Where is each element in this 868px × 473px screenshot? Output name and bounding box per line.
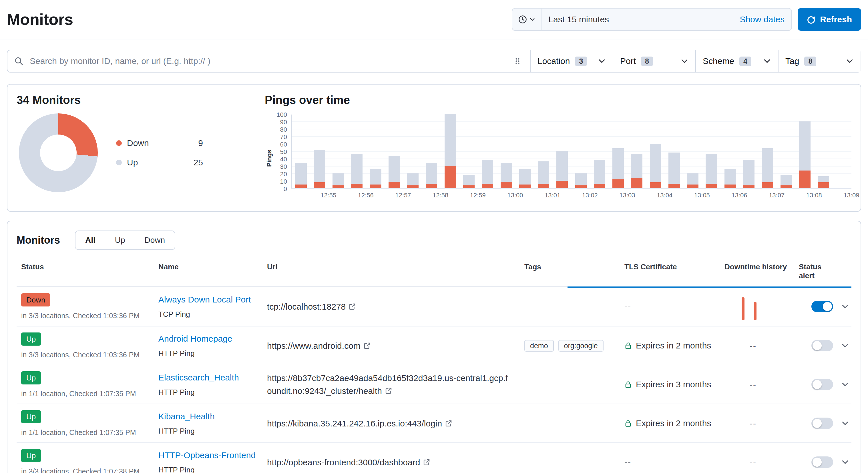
monitor-name-link[interactable]: Android Homepage: [158, 334, 232, 343]
toggle-knob: [812, 458, 822, 467]
bar-up-segment: [575, 173, 587, 185]
expand-row-button[interactable]: [839, 417, 851, 430]
status-alert-toggle[interactable]: [811, 379, 833, 390]
status-alert-toggle[interactable]: [811, 340, 833, 351]
bar-up-segment: [706, 154, 717, 184]
filter-count-badge: 4: [739, 57, 751, 66]
vertical-dots-icon[interactable]: [512, 56, 523, 67]
lock-icon: [624, 380, 632, 388]
legend-dot: [116, 140, 122, 146]
column-header-status-alert: Status alert: [799, 263, 839, 280]
bar-up-segment: [407, 173, 418, 185]
search-icon: [14, 57, 24, 66]
pings-title: Pings over time: [265, 94, 851, 106]
table-row: Up in 1/1 location, Checked 1:07:35 PM E…: [17, 365, 851, 404]
bar-down-segment: [799, 171, 810, 188]
time-quick-select-button[interactable]: [512, 8, 541, 30]
ping-bar: [407, 173, 418, 188]
filter-location[interactable]: Location 3: [531, 50, 613, 72]
external-link-icon[interactable]: [348, 303, 356, 310]
tab-down[interactable]: Down: [135, 231, 175, 249]
bar-down-segment: [351, 184, 363, 188]
bar-down-segment: [631, 178, 643, 188]
status-meta: in 1/1 location, Checked 1:07:35 PM: [21, 429, 158, 437]
external-link-icon[interactable]: [445, 419, 452, 427]
tab-all[interactable]: All: [75, 231, 105, 249]
bar-slot: [590, 114, 609, 188]
legend-item-up: Up 25: [116, 158, 203, 167]
table-row: Down in 3/3 locations, Checked 1:03:36 P…: [17, 287, 851, 327]
time-picker: Last 15 minutes Show dates: [512, 8, 792, 31]
ping-bar: [594, 160, 605, 188]
expand-row-button[interactable]: [839, 378, 851, 391]
external-link-icon[interactable]: [385, 387, 392, 395]
bar-up-segment: [538, 161, 549, 184]
donut-hole: [40, 135, 76, 171]
time-range-value[interactable]: Last 15 minutes: [541, 14, 733, 24]
bar-up-segment: [612, 148, 624, 179]
expand-row-button[interactable]: [839, 339, 851, 352]
bar-down-segment: [519, 184, 531, 188]
x-tick: 12:58: [433, 192, 448, 199]
filter-tag[interactable]: Tag 8: [778, 50, 861, 72]
show-dates-button[interactable]: Show dates: [733, 14, 792, 24]
bar-up-segment: [351, 154, 363, 184]
monitor-list-title: Monitors: [17, 234, 60, 246]
external-link-icon[interactable]: [363, 342, 371, 349]
external-link-icon[interactable]: [423, 459, 430, 466]
monitor-name-link[interactable]: HTTP-Opbeans-Frontend: [158, 450, 256, 460]
url-text: https://kibana.35.241.242.16.ip.es.io:44…: [267, 419, 442, 428]
bar-slot: [571, 114, 590, 188]
downtime-empty: --: [750, 419, 756, 428]
y-tick: 0: [274, 185, 287, 193]
expander-cell: [839, 456, 851, 468]
bar-up-segment: [463, 175, 474, 185]
filter-port[interactable]: Port 8: [613, 50, 695, 72]
tags-cell: demoorg:google: [524, 340, 624, 351]
tab-up[interactable]: Up: [105, 231, 135, 249]
status-alert-toggle[interactable]: [811, 457, 833, 468]
ping-bar: [295, 163, 307, 188]
filter-label: Scheme: [703, 56, 734, 66]
monitor-url: tcp://localhost:18278: [267, 300, 524, 313]
status-donut-chart: [19, 113, 98, 192]
expand-row-button[interactable]: [839, 300, 851, 313]
ping-bar: [818, 176, 829, 188]
chevron-down-icon: [841, 342, 849, 349]
filter-label: Port: [620, 56, 636, 66]
bar-slot: [609, 114, 627, 188]
ping-bar: [389, 156, 400, 188]
bar-slot: [497, 114, 516, 188]
bar-up-segment: [669, 153, 680, 184]
status-alert-toggle[interactable]: [811, 417, 833, 429]
y-tick: 30: [274, 163, 287, 171]
y-tick: 100: [274, 111, 287, 119]
ping-bar: [687, 173, 699, 188]
monitor-name-link[interactable]: Elasticsearch_Health: [158, 373, 239, 382]
bar-up-segment: [780, 175, 792, 185]
bar-slot: [366, 114, 385, 188]
column-header-tls-certificate: TLS Certificate: [624, 263, 724, 280]
ping-bar: [724, 169, 736, 188]
filter-scheme[interactable]: Scheme 4: [695, 50, 778, 72]
tls-cell: Expires in 3 months: [624, 380, 724, 389]
name-cell: Always Down Local Port TCP Ping: [158, 294, 267, 319]
bar-down-segment: [687, 184, 699, 188]
x-tick: 13:09: [843, 192, 859, 199]
status-alert-toggle[interactable]: [811, 301, 833, 312]
tls-expiry: Expires in 3 months: [636, 380, 711, 389]
bar-slot: [478, 114, 497, 188]
expand-row-button[interactable]: [839, 456, 851, 468]
x-tick: 13:08: [806, 192, 822, 199]
tls-empty: --: [624, 457, 631, 467]
monitor-name-link[interactable]: Kibana_Health: [158, 412, 215, 421]
downtime-history-bars: [742, 293, 799, 320]
monitor-name-link[interactable]: Always Down Local Port: [158, 295, 251, 304]
refresh-button[interactable]: Refresh: [798, 8, 861, 31]
bar-up-segment: [426, 163, 437, 184]
downtime-empty: --: [750, 458, 756, 467]
search-input[interactable]: [29, 56, 507, 67]
bar-slot: [758, 114, 777, 188]
bar-slot: [348, 114, 366, 188]
bar-up-segment: [818, 176, 829, 182]
